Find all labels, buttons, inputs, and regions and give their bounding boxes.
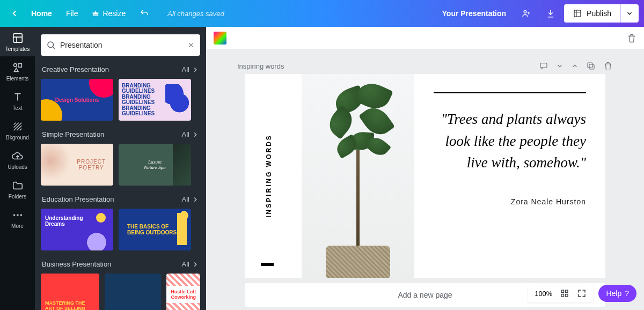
page-up-button[interactable]	[571, 62, 579, 70]
category-title: Business Presentation	[42, 260, 111, 268]
folder-icon	[12, 180, 24, 191]
template-thumb[interactable]: Design Solutions	[41, 79, 113, 121]
resize-button[interactable]: Resize	[85, 5, 132, 22]
zoom-value[interactable]: 100%	[535, 290, 552, 298]
top-bar: Home File Resize All changes saved Your …	[0, 0, 644, 27]
svg-rect-1	[574, 10, 581, 17]
svg-rect-13	[566, 290, 568, 293]
svg-rect-15	[566, 294, 568, 297]
elements-icon	[12, 62, 24, 73]
search-box	[41, 34, 200, 56]
svg-rect-2	[13, 34, 22, 43]
template-thumb[interactable]: PROJECT POETRY	[41, 144, 113, 186]
duplicate-page-button[interactable]	[586, 61, 596, 71]
svg-rect-4	[18, 64, 21, 67]
chevron-right-icon	[192, 66, 199, 73]
rail-elements[interactable]: Elements	[0, 56, 35, 86]
help-button[interactable]: Help ?	[598, 285, 636, 302]
chevron-left-icon	[10, 9, 19, 18]
rail-templates[interactable]: Templates	[0, 27, 35, 56]
uploads-icon	[12, 150, 24, 162]
svg-point-7	[20, 214, 22, 216]
template-thumb[interactable]: Hustle Loft Coworking	[166, 274, 200, 310]
question-icon: ?	[625, 289, 629, 298]
svg-point-3	[13, 64, 17, 67]
background-icon	[12, 121, 24, 132]
delete-canvas-button[interactable]	[627, 33, 636, 43]
svg-point-5	[13, 214, 15, 216]
svg-rect-14	[561, 294, 564, 297]
vertical-label[interactable]: INSPIRING WORDS	[265, 134, 273, 218]
undo-button[interactable]	[133, 4, 156, 23]
search-input[interactable]	[60, 41, 183, 49]
home-button[interactable]: Home	[25, 5, 58, 22]
chevron-right-icon	[192, 131, 199, 138]
left-rail: Templates Elements Text Bkground Uploads…	[0, 27, 35, 310]
page-header: Inspiring words	[237, 61, 613, 71]
see-all-simple[interactable]: All	[182, 130, 199, 138]
fullscreen-button[interactable]	[577, 289, 587, 298]
color-picker[interactable]	[214, 32, 226, 45]
chevron-right-icon	[192, 196, 199, 203]
crown-icon	[92, 10, 99, 17]
trash-icon	[603, 61, 613, 71]
fullscreen-icon	[577, 289, 587, 298]
page-down-button[interactable]	[556, 62, 564, 70]
rail-more[interactable]: More	[0, 204, 35, 233]
chevron-down-icon	[556, 62, 564, 70]
template-thumb[interactable]: Luxure Nature Spa	[119, 144, 191, 186]
template-thumb[interactable]	[105, 274, 162, 310]
category-title: Simple Presentation	[42, 130, 104, 138]
publish-button[interactable]: Publish	[564, 4, 620, 23]
download-button[interactable]	[539, 4, 562, 23]
chevron-down-icon	[626, 10, 633, 17]
share-button[interactable]	[515, 4, 537, 23]
save-status: All changes saved	[167, 10, 224, 18]
see-all-education[interactable]: All	[182, 195, 199, 203]
zoom-controls: 100%	[528, 284, 593, 302]
document-title[interactable]: Your Presentation	[436, 5, 513, 22]
slide[interactable]: INSPIRING WORDS "Trees and plants always…	[245, 74, 605, 278]
svg-point-0	[524, 11, 526, 13]
publish-dropdown[interactable]	[620, 4, 639, 23]
quote-text[interactable]: "Trees and plants always look like the p…	[434, 108, 586, 174]
search-icon	[46, 40, 56, 50]
category-title: Creative Presentation	[42, 65, 109, 73]
svg-rect-11	[588, 63, 592, 68]
rail-text[interactable]: Text	[0, 86, 35, 115]
clear-search[interactable]	[187, 41, 195, 49]
divider-line[interactable]	[434, 92, 586, 93]
see-all-creative[interactable]: All	[182, 65, 199, 73]
plant-image[interactable]	[302, 74, 414, 278]
canvas-toolbar	[206, 27, 644, 49]
svg-point-8	[48, 42, 54, 48]
rail-uploads[interactable]: Uploads	[0, 145, 35, 174]
page-title-label[interactable]: Inspiring words	[237, 62, 284, 70]
template-thumb[interactable]: BRANDING GUIDELINES BRANDING GUIDELINES …	[119, 79, 191, 121]
more-icon	[12, 209, 24, 221]
speech-bubble-icon	[539, 61, 548, 71]
back-button[interactable]	[5, 5, 24, 21]
templates-icon	[12, 32, 24, 44]
template-thumb[interactable]: MASTERING THE ART OF SELLING	[41, 274, 99, 310]
rail-folders[interactable]: Folders	[0, 174, 35, 204]
templates-panel: Creative Presentation All Design Solutio…	[35, 27, 206, 310]
see-all-business[interactable]: All	[182, 260, 199, 268]
delete-page-button[interactable]	[603, 61, 613, 71]
rail-background[interactable]: Bkground	[0, 115, 35, 145]
template-thumb[interactable]: Understanding Dreams	[41, 209, 113, 250]
svg-rect-12	[561, 290, 564, 293]
undo-icon	[140, 9, 149, 18]
text-icon	[12, 91, 24, 103]
file-menu[interactable]: File	[60, 5, 85, 22]
svg-rect-10	[589, 64, 594, 69]
close-icon	[187, 41, 195, 49]
grid-view-button[interactable]	[560, 289, 569, 298]
author-text[interactable]: Zora Neale Hurston	[434, 197, 586, 206]
template-thumb[interactable]: THE BASICS OF BEING OUTDOORS	[119, 209, 191, 250]
comments-button[interactable]	[539, 61, 548, 71]
add-user-icon	[521, 9, 531, 18]
svg-point-6	[17, 214, 19, 216]
svg-rect-9	[540, 63, 547, 68]
canvas-area: Inspiring words INSPIRING WORDS	[206, 27, 644, 310]
